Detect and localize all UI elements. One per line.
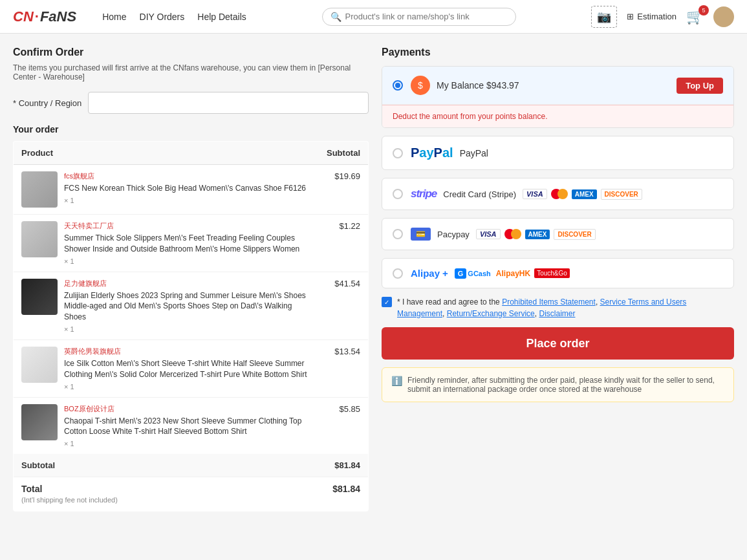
balance-dollar-icon: $ xyxy=(411,76,430,95)
pacypay-payment-option[interactable]: 💳 Pacypay VISA AMEX DISCOVER xyxy=(382,219,733,250)
pacypay-radio[interactable] xyxy=(393,229,403,239)
estimation-button[interactable]: ⊞ Estimation xyxy=(627,12,677,21)
stripe-payment-option[interactable]: stripe Credit Card (Stripe) VISA AMEX DI… xyxy=(382,178,733,210)
product-name: Ice Silk Cotton Men\'s Short Sleeve T-sh… xyxy=(64,358,311,380)
your-order-title: Your order xyxy=(13,124,369,135)
camera-button[interactable]: 📷 xyxy=(591,6,617,28)
logo-dot: · xyxy=(35,8,39,25)
mastercard-icon xyxy=(551,189,568,199)
country-input[interactable] xyxy=(88,92,369,114)
agree-text: * I have read and agree to the Prohibite… xyxy=(397,296,734,319)
pacypay-discover-icon: DISCOVER xyxy=(554,229,595,240)
main-content: Confirm Order The items you purchased wi… xyxy=(0,34,747,524)
header-right: 📷 ⊞ Estimation 🛒 5 xyxy=(591,6,734,28)
col-subtotal: Subtotal xyxy=(319,142,369,165)
balance-radio[interactable] xyxy=(393,80,403,91)
cart-badge: 5 xyxy=(698,5,709,16)
reminder-text: Friendly reminder, after submitting the … xyxy=(407,376,724,394)
estimation-grid-icon: ⊞ xyxy=(627,12,634,21)
alipay-payment-section: Alipay + G GCash AlipayHK Touch&Go xyxy=(382,258,734,288)
logo[interactable]: CN · FaNS xyxy=(13,8,76,25)
balance-payment-section: $ My Balance $943.97 Top Up Deduct the a… xyxy=(382,66,734,128)
alipay-payment-option[interactable]: Alipay + G GCash AlipayHK Touch&Go xyxy=(382,259,733,288)
product-image xyxy=(21,404,58,440)
item-price: $13.54 xyxy=(319,339,369,397)
table-row: 足力健旗舰店 Zulijian Elderly Shoes 2023 Sprin… xyxy=(14,272,369,339)
total-label: Total (Int'l shipping fee not included) xyxy=(14,477,319,512)
estimation-label: Estimation xyxy=(637,12,677,21)
amex-icon: AMEX xyxy=(572,189,597,199)
paypal-label: PayPal xyxy=(460,148,488,158)
col-product: Product xyxy=(14,142,319,165)
item-price: $41.54 xyxy=(319,272,369,339)
pacypay-visa-icon: VISA xyxy=(476,229,501,239)
cart-button[interactable]: 🛒 5 xyxy=(686,8,704,25)
alipay-plus-icon: + xyxy=(442,268,448,279)
top-up-button[interactable]: Top Up xyxy=(677,78,723,94)
product-name: Chaopai T-shirt Men\'s 2023 New Short Sl… xyxy=(64,416,311,438)
return-exchange-link[interactable]: Return/Exchange Service xyxy=(447,309,535,318)
visa-icon: VISA xyxy=(523,189,547,199)
pacypay-mc-icon xyxy=(504,229,521,239)
search-box: 🔍 xyxy=(322,8,516,26)
product-qty: × 1 xyxy=(64,197,311,204)
balance-payment-option[interactable]: $ My Balance $943.97 Top Up xyxy=(382,67,733,105)
logo-fans-text: FaNS xyxy=(40,8,76,25)
country-label: * Country / Region xyxy=(13,98,81,108)
nav-help-details[interactable]: Help Details xyxy=(197,12,246,22)
shop-name: fcs旗舰店 xyxy=(64,171,311,181)
confirm-order-title: Confirm Order xyxy=(13,47,369,58)
item-price: $5.85 xyxy=(319,397,369,454)
confirm-order-desc: The items you purchased will first arriv… xyxy=(13,63,369,81)
payments-title: Payments xyxy=(382,47,734,58)
country-row: * Country / Region xyxy=(13,92,369,114)
nav-diy-orders[interactable]: DIY Orders xyxy=(140,12,185,22)
header: CN · FaNS Home DIY Orders Help Details 🔍… xyxy=(0,0,747,34)
alipayhk-label: AlipayHK xyxy=(496,269,530,278)
product-qty: × 1 xyxy=(64,383,311,391)
alipay-radio[interactable] xyxy=(393,268,403,279)
logo-cn-text: CN xyxy=(13,8,34,25)
product-image xyxy=(21,171,58,208)
pacypay-payment-section: 💳 Pacypay VISA AMEX DISCOVER xyxy=(382,218,734,250)
user-avatar[interactable] xyxy=(713,6,734,27)
place-order-button[interactable]: Place order xyxy=(382,327,734,360)
total-value: $81.84 xyxy=(319,477,369,512)
stripe-label: Credit Card (Stripe) xyxy=(443,189,516,199)
order-table: Product Subtotal fcs旗舰店 FCS New Korean T… xyxy=(13,141,369,512)
stripe-logo: stripe xyxy=(411,188,437,200)
pacypay-card-icon: 💳 xyxy=(411,228,431,241)
product-qty: × 1 xyxy=(64,257,311,265)
reminder-box: ℹ️ Friendly reminder, after submitting t… xyxy=(382,367,734,402)
product-image xyxy=(21,221,58,257)
shop-name: 天天特卖工厂店 xyxy=(64,221,311,231)
paypal-payment-section: PayPal PayPal xyxy=(382,136,734,170)
shop-name: BOZ原创设计店 xyxy=(64,404,311,414)
subtotal-value: $81.84 xyxy=(319,454,369,477)
nav-home[interactable]: Home xyxy=(102,12,126,22)
table-row: 英爵伦男装旗舰店 Ice Silk Cotton Men\'s Short Sl… xyxy=(14,339,369,397)
item-price: $19.69 xyxy=(319,165,369,215)
agree-checkbox[interactable]: ✓ xyxy=(382,297,392,307)
product-name: FCS New Korean Thick Sole Big Head Women… xyxy=(64,183,311,194)
agree-section: ✓ * I have read and agree to the Prohibi… xyxy=(382,296,734,319)
subtotal-label: Subtotal xyxy=(14,454,319,477)
paypal-radio[interactable] xyxy=(393,148,403,158)
table-row: fcs旗舰店 FCS New Korean Thick Sole Big Hea… xyxy=(14,165,369,215)
stripe-radio[interactable] xyxy=(393,189,403,199)
search-area: 🔍 xyxy=(266,8,572,26)
shop-name: 足力健旗舰店 xyxy=(64,279,311,288)
alipay-logo: Alipay xyxy=(411,268,440,279)
left-panel: Confirm Order The items you purchased wi… xyxy=(13,47,369,512)
shop-name: 英爵伦男装旗舰店 xyxy=(64,347,311,356)
discover-icon: DISCOVER xyxy=(601,189,642,200)
disclaimer-link[interactable]: Disclaimer xyxy=(539,309,575,318)
prohibited-items-link[interactable]: Prohibited Items Statement xyxy=(502,297,596,307)
search-input[interactable] xyxy=(345,12,508,21)
table-row: 天天特卖工厂店 Summer Thick Sole Slippers Men\'… xyxy=(14,215,369,272)
paypal-payment-option[interactable]: PayPal PayPal xyxy=(382,136,733,169)
pacypay-amex-icon: AMEX xyxy=(525,230,550,239)
pacypay-cards: VISA AMEX DISCOVER xyxy=(476,229,596,240)
right-panel: Payments $ My Balance $943.97 Top Up Ded… xyxy=(382,47,734,512)
total-sub-label: (Int'l shipping fee not included) xyxy=(21,496,118,504)
